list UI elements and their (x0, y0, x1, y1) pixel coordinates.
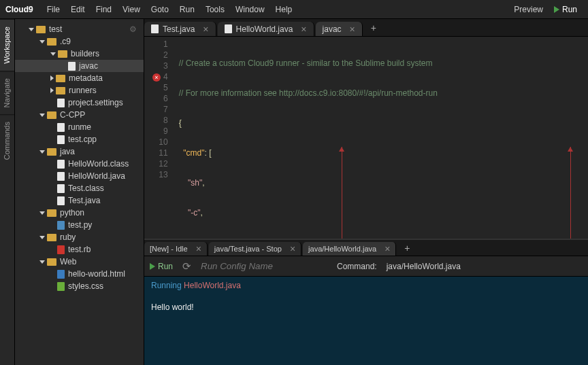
command-label: Command: (337, 262, 377, 271)
add-output-tab-button[interactable]: + (397, 243, 416, 254)
tree-test-rb[interactable]: test.rb (15, 243, 144, 256)
tree-root[interactable]: test⚙ (15, 23, 144, 35)
tree-hw-html[interactable]: hello-world.html (15, 268, 144, 280)
tree-java[interactable]: java (15, 145, 144, 158)
menu-window[interactable]: Window (230, 5, 270, 14)
tree-c9[interactable]: .c9 (15, 35, 144, 48)
annotation-arrow (570, 147, 571, 239)
arrow-head-icon (568, 147, 573, 152)
tree-test-py[interactable]: test.py (15, 219, 144, 231)
menu-file[interactable]: File (42, 5, 65, 14)
play-icon (150, 263, 155, 270)
close-icon[interactable]: × (290, 243, 295, 254)
menu-find[interactable]: Find (91, 5, 117, 14)
output-tab-hw[interactable]: java/HelloWorld.java× (303, 242, 396, 256)
output-run-button[interactable]: Run (150, 262, 173, 271)
command-value: java/HelloWorld.java (387, 262, 461, 271)
tree-styles-css[interactable]: styles.css (15, 280, 144, 292)
console-output[interactable]: Running HelloWorld.java Hello world! (144, 277, 588, 365)
close-icon[interactable]: × (203, 24, 208, 35)
tree-runme[interactable]: runme (15, 121, 144, 133)
preview-button[interactable]: Preview (508, 5, 549, 14)
editor-tabbar: Test.java× HelloWorld.java× javac× + (144, 19, 588, 37)
tree-web[interactable]: Web (15, 256, 144, 268)
tree-hw-class[interactable]: HelloWorld.class (15, 158, 144, 170)
annotation-arrow (342, 147, 342, 239)
tree-javac[interactable]: javac (15, 60, 144, 72)
tree-runners[interactable]: runners (15, 84, 144, 97)
run-button[interactable]: Run (549, 5, 583, 14)
code-editor[interactable]: 1 2 3 ×4 5 6 7 8 9 10 11 12 13 // Create… (144, 37, 588, 239)
tree-c-cpp[interactable]: C-CPP (15, 109, 144, 121)
close-icon[interactable]: × (196, 243, 201, 254)
menu-view[interactable]: View (117, 5, 146, 14)
close-icon[interactable]: × (350, 24, 355, 35)
run-label: Run (562, 5, 577, 14)
rail-commands[interactable]: Commands (0, 114, 14, 167)
tree-test-cpp[interactable]: test.cpp (15, 133, 144, 145)
error-icon[interactable]: × (152, 73, 161, 82)
rail-navigate[interactable]: Navigate (0, 71, 14, 114)
play-icon (554, 6, 559, 13)
run-config-input[interactable] (201, 261, 296, 271)
tree-test-java[interactable]: Test.java (15, 194, 144, 207)
output-toolbar: Run ⟳ Command: java/HelloWorld.java (144, 256, 588, 277)
output-tab-test[interactable]: java/Test.java - Stop× (209, 242, 301, 256)
menu-goto[interactable]: Goto (146, 5, 174, 14)
arrow-head-icon (339, 147, 344, 152)
left-rail: Workspace Navigate Commands (0, 19, 15, 365)
restart-icon[interactable]: ⟳ (182, 260, 191, 273)
close-icon[interactable]: × (301, 24, 306, 35)
menu-run[interactable]: Run (174, 5, 200, 14)
output-tab-new[interactable]: [New] - Idle× (144, 242, 208, 256)
tab-helloworld-java[interactable]: HelloWorld.java× (218, 22, 314, 36)
tree-project-settings[interactable]: project.settings (15, 97, 144, 109)
tree-hw-java[interactable]: HelloWorld.java (15, 170, 144, 182)
menu-help[interactable]: Help (270, 5, 298, 14)
menu-tools[interactable]: Tools (200, 5, 230, 14)
tree-ruby[interactable]: ruby (15, 231, 144, 243)
tree-metadata[interactable]: metadata (15, 72, 144, 84)
file-tree: test⚙ .c9 builders javac metadata runner… (15, 19, 144, 365)
output-panel: [New] - Idle× java/Test.java - Stop× jav… (144, 239, 588, 365)
output-tabbar: [New] - Idle× java/Test.java - Stop× jav… (144, 240, 588, 256)
gutter: 1 2 3 ×4 5 6 7 8 9 10 11 12 13 (144, 37, 174, 239)
tree-test-class[interactable]: Test.class (15, 182, 144, 194)
tree-python[interactable]: python (15, 207, 144, 219)
tab-javac[interactable]: javac× (316, 22, 363, 36)
menubar: Cloud9 File Edit Find View Goto Run Tool… (0, 0, 588, 19)
gear-icon[interactable]: ⚙ (129, 24, 137, 34)
menu-edit[interactable]: Edit (65, 5, 91, 14)
close-icon[interactable]: × (385, 243, 390, 254)
logo[interactable]: Cloud9 (5, 5, 33, 14)
rail-workspace[interactable]: Workspace (0, 19, 14, 71)
tree-builders[interactable]: builders (15, 48, 144, 60)
tab-test-java[interactable]: Test.java× (144, 22, 216, 36)
add-tab-button[interactable]: + (364, 22, 383, 33)
